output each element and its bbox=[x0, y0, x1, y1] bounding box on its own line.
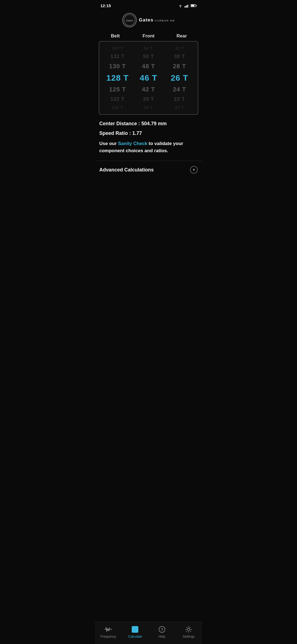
info-section: Center Distance : 504.79 mm Speed Ratio … bbox=[95, 115, 202, 158]
svg-text:Gates: Gates bbox=[126, 19, 133, 22]
wifi-icon bbox=[178, 4, 183, 8]
col-header-front: Front bbox=[132, 33, 165, 39]
picker-cell-rear: 26 T bbox=[164, 73, 195, 83]
svg-rect-1 bbox=[185, 6, 185, 7]
picker-cell-front: 39 T bbox=[133, 96, 164, 102]
sanity-text: Use our Sanity Check to validate your co… bbox=[99, 140, 198, 154]
picker-cell-belt: 122 T bbox=[102, 96, 133, 102]
picker-row[interactable]: 137 T52 T32 T bbox=[99, 44, 198, 52]
picker-cell-rear: 30 T bbox=[164, 54, 195, 59]
svg-text:Gates: Gates bbox=[139, 17, 153, 22]
col-header-rear: Rear bbox=[165, 33, 198, 39]
advanced-label: Advanced Calculations bbox=[99, 167, 154, 173]
picker-cell-rear: 24 T bbox=[164, 86, 195, 93]
picker-cell-rear: 22 T bbox=[164, 105, 195, 110]
picker-row[interactable]: 130 T48 T28 T bbox=[99, 61, 198, 72]
svg-rect-4 bbox=[188, 4, 189, 7]
picker-row[interactable]: 125 T42 T24 T bbox=[99, 84, 198, 95]
picker-cell-belt: 128 T bbox=[102, 73, 133, 83]
sanity-link[interactable]: Sanity Check bbox=[118, 141, 147, 146]
picker-cell-rear: 32 T bbox=[164, 46, 195, 50]
svg-rect-2 bbox=[186, 6, 186, 7]
picker-cell-belt: 125 T bbox=[102, 86, 133, 93]
logo-circle: Gates bbox=[122, 13, 137, 27]
picker-cell-rear: 28 T bbox=[164, 63, 195, 70]
picker-cell-belt: 120 T bbox=[102, 105, 133, 110]
picker-row[interactable]: 120 T34 T22 T bbox=[99, 104, 198, 111]
center-distance: Center Distance : 504.79 mm bbox=[99, 121, 198, 127]
picker-row[interactable]: 132 T50 T30 T bbox=[99, 52, 198, 61]
svg-rect-6 bbox=[196, 5, 197, 6]
column-headers: Belt Front Rear bbox=[95, 32, 202, 41]
picker-cell-belt: 132 T bbox=[102, 54, 133, 59]
picker-cell-front: 34 T bbox=[133, 105, 164, 110]
picker-cell-belt: 137 T bbox=[102, 46, 133, 50]
picker-cell-front: 52 T bbox=[133, 46, 164, 50]
logo-container: Gates Gates · CARBON DRIVE™ bbox=[122, 13, 175, 27]
picker-row[interactable]: 122 T39 T23 T bbox=[99, 95, 198, 104]
status-time: 12:15 bbox=[100, 3, 111, 8]
logo-area: Gates Gates · CARBON DRIVE™ bbox=[95, 10, 202, 32]
picker-cell-front: 42 T bbox=[133, 86, 164, 93]
status-bar: 12:15 bbox=[95, 0, 202, 10]
picker-cell-belt: 130 T bbox=[102, 63, 133, 70]
svg-rect-7 bbox=[191, 5, 195, 6]
svg-text:· CARBON DRIVE™: · CARBON DRIVE™ bbox=[152, 19, 175, 22]
speed-ratio: Speed Ratio : 1.77 bbox=[99, 130, 198, 136]
chevron-down-icon[interactable] bbox=[190, 166, 198, 174]
picker-box[interactable]: 137 T52 T32 T132 T50 T30 T130 T48 T28 T1… bbox=[99, 41, 198, 115]
col-header-belt: Belt bbox=[99, 33, 132, 39]
status-icons bbox=[178, 4, 197, 8]
logo-text-block: Gates · CARBON DRIVE™ bbox=[139, 15, 175, 26]
picker-cell-front: 50 T bbox=[133, 54, 164, 59]
sanity-pre: Use our bbox=[99, 141, 118, 146]
picker-row[interactable]: 128 T46 T26 T bbox=[99, 72, 198, 84]
signal-icon bbox=[185, 4, 189, 8]
picker-cell-front: 48 T bbox=[133, 63, 164, 70]
advanced-calculations-row[interactable]: Advanced Calculations bbox=[95, 161, 202, 179]
svg-point-0 bbox=[180, 7, 181, 7]
picker-cell-rear: 23 T bbox=[164, 96, 195, 102]
picker-rows: 137 T52 T32 T132 T50 T30 T130 T48 T28 T1… bbox=[99, 44, 198, 111]
svg-rect-3 bbox=[187, 5, 188, 7]
logo-brand: Gates · CARBON DRIVE™ bbox=[139, 15, 175, 26]
picker-cell-front: 46 T bbox=[133, 73, 164, 83]
battery-icon bbox=[191, 4, 197, 7]
